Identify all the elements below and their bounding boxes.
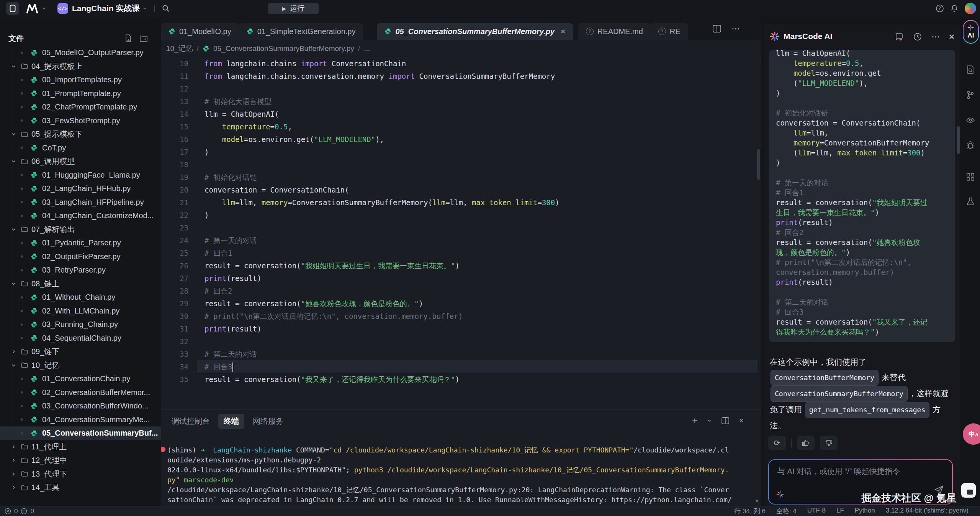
tree-item[interactable]: 03_RetryParser.py <box>0 263 161 277</box>
tree-item[interactable]: 02_OutputFixParser.py <box>0 250 161 264</box>
tree-item[interactable]: 05_ConversationSummaryBuf... <box>0 426 161 440</box>
tree-item[interactable]: CoT.py <box>0 141 161 155</box>
thumbs-up-button[interactable] <box>797 436 815 450</box>
tree-folder[interactable]: 04_提示模板上 <box>0 60 161 73</box>
tree-item[interactable]: 01_Without_Chain.py <box>0 291 161 304</box>
ai-text: 在这个示例中，我们使用了 <box>770 358 866 366</box>
thumbs-down-button[interactable] <box>820 436 838 450</box>
terminal-tab[interactable]: 终端 <box>218 414 244 429</box>
close-panel-icon[interactable]: × <box>739 416 744 426</box>
editor-tab[interactable]: ?RE <box>651 23 688 40</box>
problems-summary[interactable]: 0 0 <box>5 508 34 515</box>
ai-code-line: # 第一天的对话 <box>776 178 948 188</box>
chevron-right-icon <box>11 485 16 490</box>
help-icon[interactable]: ? <box>936 4 944 13</box>
chevron-down-icon[interactable] <box>707 418 712 423</box>
tree-item[interactable]: 03_ConversationBufferWindo... <box>0 399 161 413</box>
avatar[interactable] <box>965 3 976 14</box>
tree-item[interactable]: 00_ImportTemplates.py <box>0 73 161 87</box>
code-editor[interactable]: 10from langchain.chains import Conversat… <box>161 57 761 386</box>
tree-item[interactable]: 01_PromptTemplate.py <box>0 87 161 101</box>
run-button[interactable]: ▶ 运行 <box>268 3 319 14</box>
editor-tab[interactable]: 01_ModelIO.py <box>161 23 239 40</box>
tree-folder[interactable]: 10_记忆 <box>0 359 161 372</box>
editor-scrollbar[interactable] <box>757 149 760 180</box>
ai-scrollbar[interactable] <box>957 126 960 154</box>
ai-code-block: llm = ChatOpenAI( temperature=0.5, model… <box>769 50 955 342</box>
tree-item[interactable]: 02_ConversationBufferMemor... <box>0 386 161 400</box>
tree-item[interactable]: 01_Pydantic_Parser.py <box>0 236 161 250</box>
tree-folder[interactable]: 12_代理中 <box>0 454 161 467</box>
tree-folder[interactable]: 11_代理上 <box>0 440 161 454</box>
new-chat-icon[interactable] <box>895 32 904 41</box>
status-item[interactable]: 空格: 4 <box>776 507 797 516</box>
tree-item-label: 01_ConversationChain.py <box>42 374 130 383</box>
marscode-logo-icon[interactable] <box>26 3 39 13</box>
regenerate-button[interactable]: ⟳ <box>768 436 786 450</box>
split-terminal-icon[interactable] <box>721 417 730 425</box>
file-tree[interactable]: 05_ModelIO_OutputParser.py04_提示模板上00_Imp… <box>0 46 161 495</box>
extensions-grid-icon[interactable] <box>966 172 975 181</box>
tree-item[interactable]: 05_ModelIO_OutputParser.py <box>0 46 161 60</box>
tree-item[interactable]: 04_ConversationSummaryMe... <box>0 413 161 427</box>
preview-eye-icon[interactable] <box>966 116 975 125</box>
git-branch-icon[interactable] <box>966 90 975 100</box>
search-icon[interactable] <box>162 4 170 13</box>
tree-folder[interactable]: 08_链上 <box>0 277 161 291</box>
split-editor-icon[interactable] <box>712 24 722 33</box>
new-folder-icon[interactable] <box>139 34 148 42</box>
tree-item[interactable]: 02_ChatPromptTemplate.py <box>0 100 161 114</box>
status-items[interactable]: 行 34, 列 6空格: 4UTF-8LFPython3.12.2 64-bit… <box>735 507 969 516</box>
tree-item[interactable]: 01_HugggingFace_Llama.py <box>0 168 161 182</box>
tree-item-label: 04_提示模板上 <box>31 61 82 72</box>
code-line: 20conversation = ConversationChain( <box>161 184 761 196</box>
tree-folder[interactable]: 05_提示模板下 <box>0 127 161 141</box>
tree-folder[interactable]: 07_解析输出 <box>0 223 161 237</box>
new-file-icon[interactable] <box>124 34 133 42</box>
terminal-tab[interactable]: 调试控制台 <box>166 414 215 429</box>
tree-item[interactable]: 04_SequentialChain.py <box>0 331 161 345</box>
bell-icon[interactable] <box>950 4 959 13</box>
project-code-icon: </> <box>57 3 68 14</box>
chevron-down-icon[interactable] <box>41 6 47 11</box>
modified-dot <box>21 215 23 217</box>
panel-toggle-fab[interactable] <box>961 483 976 498</box>
project-title[interactable]: LangChain 实战课 <box>72 3 140 14</box>
status-item[interactable]: Python <box>855 507 875 516</box>
tree-folder[interactable]: 13_代理下 <box>0 467 161 481</box>
history-icon[interactable] <box>913 32 922 41</box>
editor-tab[interactable]: 05_ConversationSummaryBufferMemory.py× <box>377 23 573 40</box>
editor-tab[interactable]: ?README.md <box>578 23 651 40</box>
tree-item[interactable]: 01_ConversationChain.py <box>0 372 161 386</box>
ai-activity-button[interactable]: AI <box>963 20 979 44</box>
close-icon[interactable]: × <box>949 31 954 42</box>
status-item[interactable]: LF <box>836 507 844 516</box>
sparkle-icon <box>776 490 784 498</box>
tree-item[interactable]: 04_LangChain_CustomizeMod... <box>0 209 161 223</box>
tree-item[interactable]: 03_FewShotPrompt.py <box>0 114 161 128</box>
tree-item[interactable]: 03_Running_Chain.py <box>0 318 161 331</box>
tree-item[interactable]: 02_With_LLMChain.py <box>0 304 161 318</box>
breadcrumb[interactable]: 10_记忆/05_ConversationSummaryBufferMemory… <box>161 40 761 57</box>
tree-item[interactable]: 03_LangChain_HFPipeline.py <box>0 196 161 209</box>
terminal-output[interactable]: (shims) ➜ LangChain-shizhanke COMMAND="c… <box>167 445 754 506</box>
debug-bug-icon[interactable] <box>966 141 975 150</box>
new-terminal-icon[interactable]: + <box>692 415 697 426</box>
status-item[interactable]: 3.12.2 64-bit ('shims': pyenv) <box>886 507 969 516</box>
tree-folder[interactable]: 06_调用模型 <box>0 155 161 168</box>
tree-folder[interactable]: 14_工具 <box>0 481 161 495</box>
terminal-tab[interactable]: 网络服务 <box>247 414 289 429</box>
more-actions-icon[interactable]: ⋯ <box>931 32 940 42</box>
tree-folder[interactable]: 09_链下 <box>0 345 161 359</box>
chevron-down-icon[interactable] <box>142 6 147 11</box>
editor-tab[interactable]: 01_SimpleTextGeneration.py <box>239 23 363 40</box>
test-flask-icon[interactable] <box>966 197 975 206</box>
file-search-icon[interactable] <box>966 65 975 74</box>
status-item[interactable]: UTF-8 <box>807 507 826 516</box>
status-item[interactable]: 行 34, 列 6 <box>735 507 766 516</box>
close-tab-icon[interactable]: × <box>561 27 565 36</box>
app-menu-button[interactable] <box>6 2 19 15</box>
more-actions-icon[interactable]: ⋯ <box>731 24 740 34</box>
terminal-scroll-arrow[interactable]: ▾ <box>756 498 758 504</box>
tree-item[interactable]: 02_LangChain_HFHub.py <box>0 182 161 196</box>
